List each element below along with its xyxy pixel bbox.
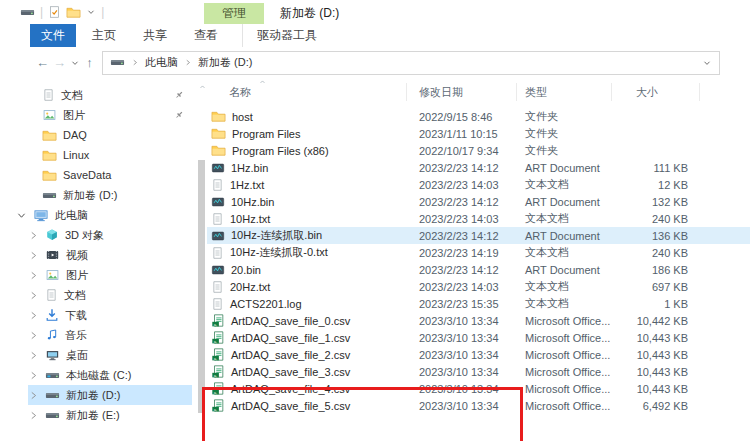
- file-size: 10,443 KB: [612, 349, 700, 361]
- file-date: 2023/2/23 14:03: [407, 213, 517, 225]
- chevron-right-icon: [28, 310, 39, 321]
- drive-icon: [45, 408, 60, 423]
- file-size: 697 KB: [612, 281, 700, 293]
- file-name: ArtDAQ_save_file_2.csv: [231, 349, 350, 361]
- chevron-right-icon: [28, 290, 39, 301]
- file-type: 文本文档: [517, 279, 612, 294]
- address-dropdown-chevron-icon[interactable]: [702, 58, 712, 68]
- txt-file-icon: [211, 297, 224, 311]
- svg-text:a,: a,: [214, 322, 217, 327]
- file-row[interactable]: host2022/9/15 8:46文件夹: [207, 108, 750, 125]
- file-row[interactable]: 1Hz.bin2023/2/23 14:12ART Document111 KB: [207, 159, 750, 176]
- tree-item[interactable]: 3D 对象: [0, 225, 207, 245]
- column-header-type[interactable]: 类型: [517, 83, 612, 101]
- tab-view[interactable]: 查看: [183, 24, 229, 47]
- tab-share[interactable]: 共享: [132, 24, 178, 47]
- properties-check-icon[interactable]: [48, 5, 61, 19]
- bin-file-icon: [211, 195, 225, 209]
- file-row[interactable]: 10Hz.bin2023/2/23 14:12ART Document132 K…: [207, 193, 750, 210]
- file-date: 2022/9/15 8:46: [407, 111, 517, 123]
- navigation-pane: 文档图片DAQLinuxSaveData新加卷 (D:)此电脑3D 对象视频图片…: [0, 78, 207, 441]
- svg-text:a,: a,: [214, 390, 217, 395]
- back-button[interactable]: ←: [34, 55, 51, 70]
- file-size: 136 KB: [612, 230, 700, 242]
- tree-item[interactable]: 下载: [0, 305, 207, 325]
- file-row[interactable]: a,ArtDAQ_save_file_4.csv2023/3/10 13:34M…: [207, 380, 750, 397]
- file-name-cell: Program Files: [207, 126, 407, 141]
- tree-item[interactable]: 桌面: [0, 345, 207, 365]
- tree-item-label: 本地磁盘 (C:): [66, 368, 131, 383]
- file-row[interactable]: 10Hz-连续抓取-0.txt2023/2/23 14:19文本文档240 KB: [207, 244, 750, 261]
- tree-item-label: 新加卷 (E:): [66, 408, 120, 423]
- tab-home[interactable]: 主页: [81, 24, 127, 47]
- tree-item[interactable]: 此电脑: [0, 205, 207, 225]
- file-row[interactable]: 10Hz.txt2023/2/23 14:03文本文档240 KB: [207, 210, 750, 227]
- file-name-cell: 10Hz.bin: [207, 195, 407, 209]
- file-size: 10,442 KB: [612, 315, 700, 327]
- caret-down-icon[interactable]: [86, 7, 96, 17]
- txt-file-icon: [211, 212, 224, 226]
- file-date: 2023/2/23 15:35: [407, 298, 517, 310]
- file-row[interactable]: a,ArtDAQ_save_file_3.csv2023/3/10 13:34M…: [207, 363, 750, 380]
- tree-item[interactable]: 文档: [0, 285, 207, 305]
- tree-item[interactable]: Linux: [0, 145, 207, 165]
- file-row[interactable]: 10Hz-连续抓取.bin2023/2/23 14:12ART Document…: [207, 227, 750, 244]
- tree-item[interactable]: DAQ: [0, 125, 207, 145]
- file-name: Program Files: [232, 128, 300, 140]
- tree-item[interactable]: 新加卷 (D:): [0, 385, 207, 405]
- tab-drive-tools[interactable]: 驱动器工具: [242, 24, 328, 47]
- file-row[interactable]: ACTS2201.log2023/2/23 15:35文本文档1 KB: [207, 295, 750, 312]
- file-type: 文本文档: [517, 296, 612, 311]
- breadcrumb-chevron-icon: [131, 58, 139, 67]
- folder-icon[interactable]: [66, 5, 81, 20]
- file-name: 1Hz.txt: [230, 179, 264, 191]
- tree-item[interactable]: 图片: [0, 265, 207, 285]
- chevron-right-icon: [28, 230, 39, 241]
- tree-item[interactable]: 新加卷 (D:): [0, 185, 207, 205]
- file-name-cell: host: [207, 109, 407, 124]
- file-row[interactable]: 20.bin2023/2/23 14:12ART Document186 KB: [207, 261, 750, 278]
- column-header-date[interactable]: 修改日期: [407, 83, 517, 101]
- chevron-right-icon: [28, 370, 39, 381]
- video-icon: [45, 248, 60, 262]
- txt-file-icon: [211, 280, 224, 294]
- column-headers: 名称 修改日期 类型 大小: [207, 80, 750, 104]
- column-header-size[interactable]: 大小: [612, 83, 700, 101]
- file-date: 2023/2/23 14:03: [407, 281, 517, 293]
- address-bar: ← → ↑ 此电脑 新加卷 (D:): [0, 47, 750, 78]
- file-size: 240 KB: [612, 213, 700, 225]
- file-row[interactable]: a,ArtDAQ_save_file_2.csv2023/3/10 13:34M…: [207, 346, 750, 363]
- file-row[interactable]: a,ArtDAQ_save_file_1.csv2023/3/10 13:34M…: [207, 329, 750, 346]
- file-name-cell: a,ArtDAQ_save_file_5.csv: [207, 398, 407, 413]
- breadcrumb-chevron-icon: [184, 58, 192, 67]
- tree-item[interactable]: 图片: [0, 105, 207, 125]
- contextual-tab-group: 管理: [204, 3, 264, 24]
- tab-file[interactable]: 文件: [30, 24, 76, 47]
- file-name: ArtDAQ_save_file_1.csv: [231, 332, 350, 344]
- tree-item[interactable]: 视频: [0, 245, 207, 265]
- recent-locations-chevron-icon[interactable]: [68, 58, 81, 68]
- up-button[interactable]: ↑: [81, 55, 98, 70]
- column-header-name[interactable]: 名称: [207, 83, 407, 101]
- breadcrumb-this-pc[interactable]: 此电脑: [145, 55, 178, 70]
- tree-item[interactable]: 本地磁盘 (C:): [0, 365, 207, 385]
- address-box[interactable]: 此电脑 新加卷 (D:): [102, 51, 720, 75]
- file-name-cell: 1Hz.txt: [207, 178, 407, 192]
- file-row[interactable]: 1Hz.txt2023/2/23 14:03文本文档12 KB: [207, 176, 750, 193]
- tree-item[interactable]: SaveData: [0, 165, 207, 185]
- file-name: ACTS2201.log: [230, 298, 302, 310]
- file-row[interactable]: a,ArtDAQ_save_file_0.csv2023/3/10 13:34M…: [207, 312, 750, 329]
- file-date: 2023/2/23 14:03: [407, 179, 517, 191]
- file-row[interactable]: Program Files2023/1/11 10:15文件夹: [207, 125, 750, 142]
- tree-item[interactable]: 文档: [0, 85, 207, 105]
- tree-item[interactable]: 新加卷 (E:): [0, 405, 207, 425]
- file-size: 10,443 KB: [612, 332, 700, 344]
- file-row[interactable]: a,ArtDAQ_save_file_5.csv2023/3/10 13:34M…: [207, 397, 750, 414]
- file-row[interactable]: 20Hz.txt2023/2/23 14:03文本文档697 KB: [207, 278, 750, 295]
- file-row[interactable]: Program Files (x86)2022/10/17 9:34文件夹: [207, 142, 750, 159]
- forward-button[interactable]: →: [51, 55, 68, 70]
- tree-item[interactable]: 音乐: [0, 325, 207, 345]
- breadcrumb-drive-d[interactable]: 新加卷 (D:): [198, 55, 252, 70]
- tree-item-label: 此电脑: [55, 208, 88, 223]
- bin-file-icon: [211, 263, 225, 277]
